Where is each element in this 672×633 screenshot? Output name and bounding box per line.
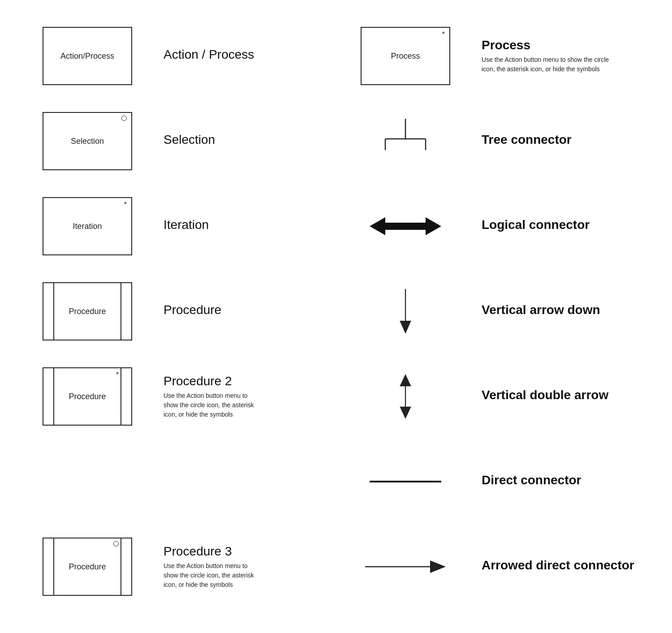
process-title: Process [482, 38, 530, 52]
selection-title: Selection [164, 133, 215, 147]
action-process-label: Action/Process [60, 52, 114, 61]
iteration-shape-cell: * Iteration [18, 184, 157, 269]
svg-marker-8 [400, 321, 411, 334]
action-process-label-cell: Action / Process [157, 13, 336, 99]
logical-connector-title: Logical connector [482, 218, 590, 232]
procedure1-box: Procedure [43, 282, 132, 340]
vert-double-arrow-title: Vertical double arrow [482, 388, 608, 402]
svg-marker-13 [430, 560, 446, 573]
main-grid: Action/Process Action / Process * Proces… [18, 13, 654, 609]
vert-arrow-down-title: Vertical arrow down [482, 303, 600, 317]
selection-shape-cell: Selection [18, 99, 157, 184]
iteration-label: Iteration [73, 222, 102, 231]
selection-label: Selection [71, 137, 104, 146]
procedure2-label-cell: Procedure 2 Use the Action button menu t… [157, 354, 336, 439]
tree-connector-svg [379, 119, 432, 164]
iteration-label-cell: Iteration [157, 184, 336, 269]
iteration-asterisk: * [124, 201, 127, 209]
process-label: Process [391, 52, 420, 61]
process-desc: Use the Action button menu to show the c… [482, 55, 616, 74]
logical-connector-label-cell: Logical connector [475, 184, 654, 269]
logical-arrow-svg [370, 215, 441, 237]
iteration-box: * Iteration [43, 197, 132, 255]
arrowed-direct-cell [336, 524, 475, 609]
procedure1-shape-cell: Procedure [18, 269, 157, 354]
svg-rect-6 [383, 223, 428, 230]
procedure1-title: Procedure [164, 303, 221, 317]
tree-connector-label-cell: Tree connector [475, 99, 654, 184]
direct-line-shape [370, 481, 441, 482]
selection-box: Selection [43, 112, 132, 170]
procedure3-desc: Use the Action button menu to show the c… [164, 561, 262, 590]
procedure2-box: * Procedure [43, 367, 132, 426]
selection-label-cell: Selection [157, 99, 336, 184]
vert-arrow-down-cell [336, 269, 475, 354]
procedure2-title: Procedure 2 [164, 374, 232, 388]
direct-line-cell [336, 439, 475, 524]
procedure2-asterisk: * [116, 371, 119, 379]
procedure2-label: Procedure [69, 392, 106, 401]
process-box: * Process [361, 27, 450, 85]
svg-marker-4 [370, 217, 385, 235]
vert-double-arrow-cell [336, 354, 475, 439]
procedure3-title: Procedure 3 [164, 544, 232, 559]
empty-left-label-row5 [157, 439, 336, 524]
tree-connector-cell [336, 99, 475, 184]
procedure3-circle [113, 541, 119, 547]
vert-arrow-down-label-cell: Vertical arrow down [475, 269, 654, 354]
arrowed-direct-label-cell: Arrowed direct connector [475, 524, 654, 609]
svg-marker-5 [426, 217, 441, 235]
vert-arrow-down-svg [396, 289, 414, 334]
procedure2-shape-cell: * Procedure [18, 354, 157, 439]
empty-left-row5 [18, 439, 157, 524]
process-shape-cell: * Process [336, 13, 475, 99]
procedure3-label-cell: Procedure 3 Use the Action button menu t… [157, 524, 336, 609]
process-asterisk: * [442, 30, 445, 39]
procedure2-desc: Use the Action button menu to show the c… [164, 391, 262, 419]
selection-circle [121, 116, 127, 121]
procedure1-label: Procedure [69, 307, 106, 316]
tree-connector-title: Tree connector [482, 133, 572, 147]
iteration-title: Iteration [164, 218, 209, 232]
procedure3-label: Procedure [69, 562, 106, 572]
arrowed-direct-svg [365, 558, 446, 576]
action-process-shape: Action/Process [18, 13, 157, 99]
direct-connector-title: Direct connector [482, 473, 582, 487]
direct-connector-label-cell: Direct connector [475, 439, 654, 524]
arrowed-direct-title: Arrowed direct connector [482, 558, 634, 573]
procedure3-shape-cell: Procedure [18, 524, 157, 609]
action-process-box: Action/Process [43, 27, 132, 85]
process-label-cell: Process Use the Action button menu to sh… [475, 13, 654, 99]
vert-double-arrow-label-cell: Vertical double arrow [475, 354, 654, 439]
procedure1-label-cell: Procedure [157, 269, 336, 354]
svg-marker-11 [400, 407, 411, 419]
procedure3-box: Procedure [43, 538, 132, 596]
action-process-title: Action / Process [164, 47, 254, 62]
logical-connector-cell [336, 184, 475, 269]
vert-double-arrow-svg [396, 374, 414, 419]
